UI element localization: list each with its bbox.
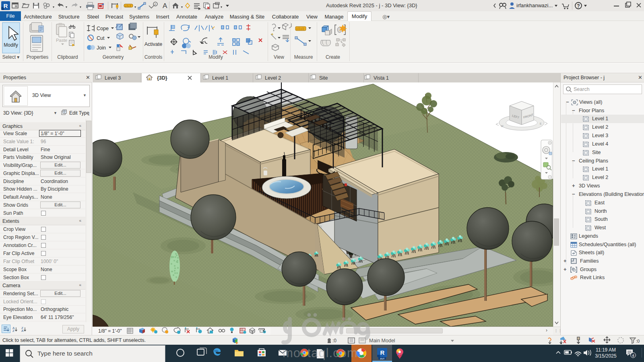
svg-text:W: W bbox=[501, 125, 504, 128]
svg-text:mostaql.com: mostaql.com bbox=[283, 346, 358, 360]
svg-text::0: :0 bbox=[636, 339, 640, 343]
svg-text:1: 1 bbox=[155, 2, 157, 6]
svg-text:11:19 AM: 11:19 AM bbox=[596, 347, 616, 353]
svg-text:1/8" = 1'-0": 1/8" = 1'-0" bbox=[98, 328, 122, 334]
svg-text:Level 1: Level 1 bbox=[212, 75, 228, 81]
svg-text:Measure: Measure bbox=[294, 54, 313, 60]
svg-text:Controls: Controls bbox=[144, 54, 163, 60]
svg-text:Geometry: Geometry bbox=[103, 54, 124, 60]
svg-text:Cut: Cut bbox=[97, 35, 105, 41]
svg-text:R: R bbox=[4, 2, 8, 9]
svg-text:Modify: Modify bbox=[208, 54, 223, 60]
svg-text:Select ▾: Select ▾ bbox=[2, 54, 20, 60]
svg-text:A: A bbox=[21, 329, 24, 332]
svg-text:Modify: Modify bbox=[4, 42, 18, 48]
svg-text:Level 2: Level 2 bbox=[265, 75, 281, 81]
svg-text:irfankhanwazi...: irfankhanwazi... bbox=[516, 2, 553, 8]
svg-text:{3D}: {3D} bbox=[157, 75, 167, 81]
svg-text:View: View bbox=[274, 54, 284, 60]
svg-text:?: ? bbox=[577, 3, 580, 9]
svg-text:Level 3: Level 3 bbox=[105, 75, 121, 81]
svg-text:4: 4 bbox=[632, 353, 634, 358]
svg-text:A: A bbox=[163, 2, 167, 10]
svg-text:Cope: Cope bbox=[97, 26, 109, 31]
svg-text:Z: Z bbox=[12, 329, 14, 332]
svg-text:Properties: Properties bbox=[27, 54, 49, 60]
svg-text:Vista 1: Vista 1 bbox=[374, 75, 389, 81]
svg-text:Type here to search: Type here to search bbox=[37, 350, 93, 357]
svg-text:3/15/2025: 3/15/2025 bbox=[595, 353, 617, 359]
svg-text:Create: Create bbox=[326, 54, 340, 60]
svg-text:Join: Join bbox=[97, 45, 106, 51]
svg-text:Clipboard: Clipboard bbox=[57, 54, 78, 60]
svg-text:Site: Site bbox=[319, 75, 328, 81]
svg-text:Paste: Paste bbox=[56, 38, 67, 43]
svg-text:E: E bbox=[540, 122, 542, 125]
svg-text:Activate: Activate bbox=[144, 41, 163, 47]
